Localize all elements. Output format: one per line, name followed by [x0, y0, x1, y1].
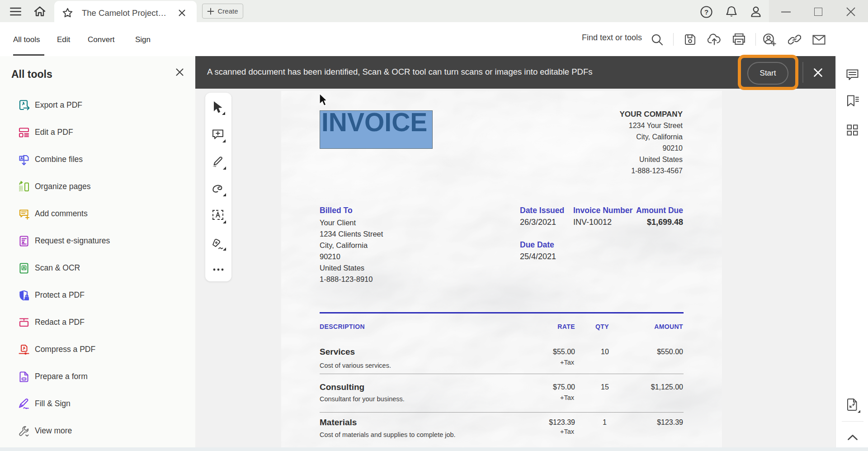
- svg-text:?: ?: [704, 8, 708, 16]
